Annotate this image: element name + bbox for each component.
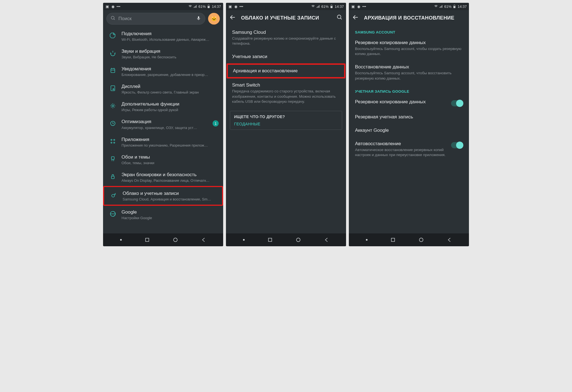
back-button[interactable]	[229, 14, 236, 22]
item-subtitle: Wi-Fi, Bluetooth, Использование данных, …	[121, 37, 219, 42]
more-icon: •••	[362, 4, 366, 8]
nav-back-button[interactable]	[324, 237, 329, 243]
cloud-accounts-screen: ▣ ◉ ••• 61% 14:37 ОБЛАКО И УЧЕТНЫЕ ЗАПИС…	[226, 3, 346, 246]
samsung-item-1[interactable]: Восстановление данных Воспользуйтесь Sam…	[349, 60, 469, 85]
header-title: АРХИВАЦИЯ И ВОССТАНОВЛЕНИЕ	[364, 15, 454, 21]
svg-point-30	[419, 238, 423, 242]
samsung-account-list: Резервное копирование данных Воспользуйт…	[349, 36, 469, 85]
settings-item-1[interactable]: Звуки и вибрация Звуки, Вибрация, Не бес…	[103, 45, 223, 63]
svg-rect-14	[111, 157, 114, 159]
svg-rect-21	[331, 6, 333, 8]
nav-dot[interactable]	[366, 239, 368, 241]
svg-point-10	[111, 139, 112, 140]
battery-icon	[330, 4, 333, 8]
header-search-button[interactable]	[337, 14, 343, 21]
image-icon: ▣	[228, 4, 232, 8]
item-title: Дисплей	[121, 83, 219, 90]
entry-subtitle: Воспользуйтесь Samsung account, чтобы со…	[355, 46, 463, 56]
entry-subtitle: Создавайте резервную копию и синхронизир…	[232, 36, 340, 46]
nav-bar	[226, 233, 346, 246]
toggle-switch[interactable]	[451, 142, 463, 148]
nfc-icon: ◉	[111, 4, 115, 8]
svg-point-11	[114, 139, 115, 140]
battery-percent: 61%	[444, 4, 451, 9]
signal-icon	[439, 4, 443, 8]
search-row: Поиск 🐱	[103, 10, 223, 27]
settings-item-0[interactable]: Подключения Wi-Fi, Bluetooth, Использова…	[103, 27, 223, 45]
screen-header: АРХИВАЦИЯ И ВОССТАНОВЛЕНИЕ	[349, 10, 469, 26]
cloud-entry-0[interactable]: Samsung Cloud Создавайте резервную копию…	[226, 26, 346, 50]
search-input[interactable]: Поиск	[106, 13, 205, 25]
settings-item-5[interactable]: Оптимизация Аккумулятор, хранилище, ОЗУ,…	[103, 115, 223, 133]
item-title: Приложения	[121, 137, 219, 143]
svg-rect-24	[268, 238, 272, 242]
svg-rect-27	[454, 6, 456, 8]
entry-title: Резервная учетная запись	[355, 114, 463, 120]
settings-item-6[interactable]: Приложения Приложения по умолчанию, Разр…	[103, 133, 223, 151]
svg-point-19	[173, 238, 177, 242]
nav-home-button[interactable]	[418, 237, 424, 243]
item-subtitle: Звуки, Вибрация, Не беспокоить	[121, 55, 219, 59]
settings-item-9[interactable]: Облако и учетные записи Samsung Cloud, А…	[103, 186, 223, 206]
google-item-1[interactable]: Резервная учетная запись	[349, 110, 469, 124]
svg-point-25	[296, 238, 300, 242]
settings-item-8[interactable]: Экран блокировки и безопасность Always O…	[103, 168, 223, 186]
entry-title: Резервное копирование данных	[355, 99, 447, 105]
wifi-icon	[311, 4, 315, 8]
nav-bar	[103, 233, 223, 246]
back-button[interactable]	[352, 14, 359, 22]
settings-item-3[interactable]: Дисплей Яркость, Фильтр синего света, Гл…	[103, 80, 223, 98]
signal-icon	[193, 4, 197, 8]
nav-back-button[interactable]	[201, 237, 206, 243]
google-item-0[interactable]: Резервное копирование данных	[349, 95, 469, 110]
entry-subtitle: Передача содержимого со старого устройст…	[232, 89, 340, 104]
nav-dot[interactable]	[120, 239, 122, 241]
section-samsung-account: SAMSUNG ACCOUNT	[349, 26, 469, 36]
nav-home-button[interactable]	[173, 237, 178, 243]
entry-title: Архивация и восстановление	[233, 68, 339, 74]
settings-item-10[interactable]: Google Настройки Google	[103, 206, 223, 223]
item-icon	[109, 137, 117, 145]
item-title: Google	[121, 209, 219, 215]
nav-recent-button[interactable]	[267, 237, 273, 243]
svg-rect-28	[454, 5, 455, 5]
toggle-switch[interactable]	[451, 100, 463, 106]
cloud-entry-1[interactable]: Учетные записи	[226, 50, 346, 63]
entry-title: Автовосстановление	[355, 141, 447, 147]
svg-rect-5	[111, 69, 115, 73]
settings-item-2[interactable]: Уведомления Блокирование, разрешение, до…	[103, 63, 223, 80]
google-item-3[interactable]: Автовосстановление Автоматическое восста…	[349, 137, 469, 161]
nav-recent-button[interactable]	[390, 237, 396, 243]
settings-item-7[interactable]: Обои и темы Обои, темы, значки	[103, 151, 223, 168]
google-item-2[interactable]: Аккаунт Google	[349, 124, 469, 137]
item-title: Экран блокировки и безопасность	[121, 172, 219, 178]
nav-home-button[interactable]	[295, 237, 301, 243]
nav-recent-button[interactable]	[144, 237, 150, 243]
screen-header: ОБЛАКО И УЧЕТНЫЕ ЗАПИСИ	[226, 10, 346, 26]
cloud-entry-2[interactable]: Архивация и восстановление	[227, 63, 345, 78]
suggestion-link[interactable]: ГЕОДАННЫЕ	[234, 122, 338, 126]
status-bar: ▣ ◉ ••• 61% 14:37	[103, 3, 223, 10]
entry-subtitle: Воспользуйтесь Samsung account, чтобы во…	[355, 71, 463, 81]
svg-point-3	[111, 16, 114, 19]
settings-item-4[interactable]: Дополнительные функции Игры, Режим работ…	[103, 98, 223, 115]
more-icon: •••	[116, 4, 120, 8]
item-title: Уведомления	[121, 66, 219, 72]
svg-rect-22	[331, 5, 332, 5]
suggestion-card: ИЩЕТЕ ЧТО-ТО ДРУГОЕ? ГЕОДАННЫЕ	[230, 111, 342, 130]
suggestion-heading: ИЩЕТЕ ЧТО-ТО ДРУГОЕ?	[234, 114, 338, 119]
entries-list: Samsung Cloud Создавайте резервную копию…	[226, 26, 346, 108]
item-title: Дополнительные функции	[121, 101, 219, 107]
nav-dot[interactable]	[243, 239, 245, 241]
item-title: Оптимизация	[121, 119, 208, 125]
cloud-entry-3[interactable]: Smart Switch Передача содержимого со ста…	[226, 78, 346, 108]
item-subtitle: Samsung Cloud, Архивация и восстановлени…	[123, 197, 218, 201]
profile-avatar[interactable]: 🐱	[208, 13, 220, 25]
entry-title: Samsung Cloud	[232, 30, 340, 35]
nav-back-button[interactable]	[447, 237, 452, 243]
svg-rect-29	[391, 238, 395, 242]
image-icon: ▣	[351, 4, 355, 8]
samsung-item-0[interactable]: Резервное копирование данных Воспользуйт…	[349, 36, 469, 60]
mic-icon[interactable]	[196, 16, 201, 22]
status-bar: ▣ ◉ ••• 61% 14:37	[349, 3, 469, 10]
